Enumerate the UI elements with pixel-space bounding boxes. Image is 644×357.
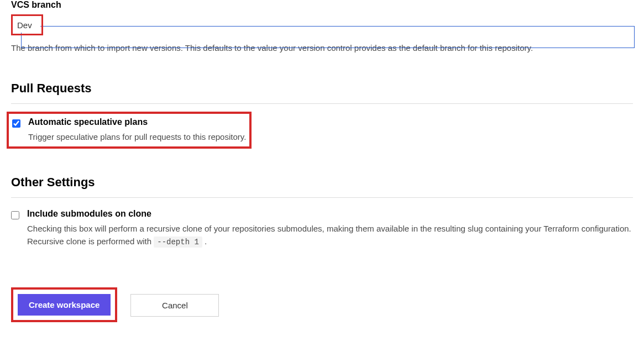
cancel-button[interactable]: Cancel — [130, 294, 219, 317]
speculative-plans-description: Trigger speculative plans for pull reque… — [28, 130, 246, 143]
include-submodules-description: Checking this box will perform a recursi… — [27, 222, 633, 249]
other-settings-divider — [11, 197, 633, 198]
speculative-plans-checkbox[interactable] — [12, 119, 20, 128]
highlight-create-button: Create workspace — [11, 287, 117, 322]
include-submodules-label: Include submodules on clone — [27, 209, 633, 219]
highlight-speculative-plans: Automatic speculative plans Trigger spec… — [7, 112, 252, 149]
other-settings-heading: Other Settings — [11, 175, 633, 190]
highlight-vcs-input — [11, 14, 43, 35]
include-submodules-checkbox[interactable] — [11, 211, 19, 219]
pull-requests-heading: Pull Requests — [11, 81, 633, 96]
speculative-plans-label: Automatic speculative plans — [28, 117, 246, 127]
pull-requests-divider — [11, 103, 633, 104]
submodules-desc-suffix: . — [205, 237, 207, 246]
create-workspace-button[interactable]: Create workspace — [18, 294, 111, 316]
vcs-branch-input[interactable] — [14, 17, 40, 33]
vcs-branch-label: VCS branch — [11, 0, 633, 10]
vcs-branch-helper: The branch from which to import new vers… — [11, 42, 633, 55]
submodules-depth-code: --depth 1 — [154, 237, 202, 248]
submodules-desc-prefix: Checking this box will perform a recursi… — [27, 224, 631, 246]
